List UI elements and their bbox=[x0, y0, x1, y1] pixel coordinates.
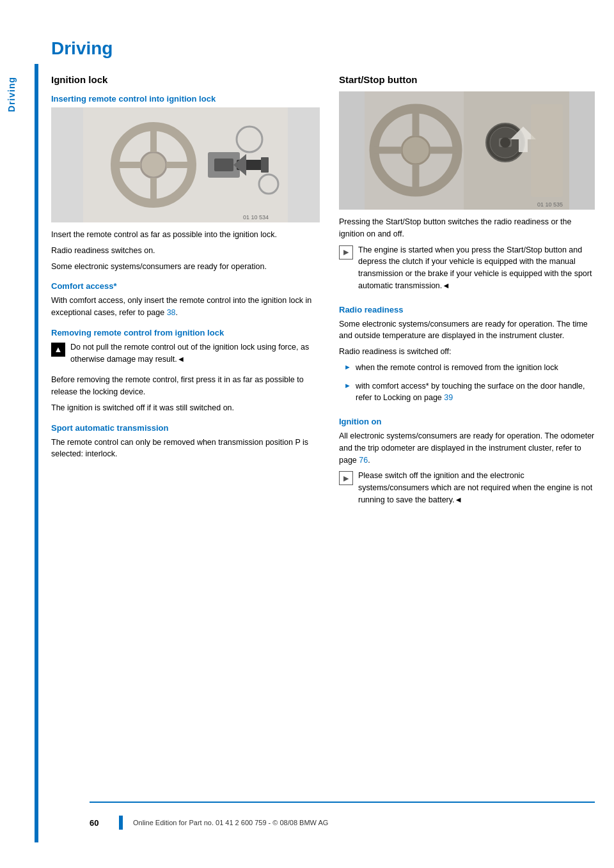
page-wrapper: Driving Driving Ignition lock Inserting … bbox=[0, 0, 614, 868]
footer-bar bbox=[119, 816, 123, 830]
bullet-item-2: ► with comfort access* by touching the s… bbox=[339, 380, 595, 408]
bullet2-link[interactable]: 39 bbox=[444, 393, 453, 402]
page-title: Driving bbox=[51, 38, 595, 59]
bullet-item-1: ► when the remote control is removed fro… bbox=[339, 362, 595, 378]
sport-transmission-title: Sport automatic transmission bbox=[51, 423, 320, 433]
comfort-access-title: Comfort access* bbox=[51, 281, 320, 291]
ignition-lock-image: 01 10 534 bbox=[51, 107, 320, 222]
warning-icon: ▲ bbox=[51, 343, 65, 357]
removing-para2: The ignition is switched off if it was s… bbox=[51, 402, 320, 414]
ignition-lock-title: Ignition lock bbox=[51, 74, 320, 85]
bullet2-text: with comfort access* by touching the sur… bbox=[356, 382, 585, 403]
inserting-para3: Some electronic systems/consumers are re… bbox=[51, 261, 320, 273]
start-stop-note-text: The engine is started when you press the… bbox=[358, 244, 595, 292]
svg-rect-10 bbox=[261, 157, 269, 173]
content-area: Driving Ignition lock Inserting remote c… bbox=[38, 26, 614, 842]
left-column: Ignition lock Inserting remote control i… bbox=[51, 74, 320, 802]
svg-text:01 10 534: 01 10 534 bbox=[243, 214, 269, 221]
sport-transmission-text: The remote control can only be removed w… bbox=[51, 437, 320, 461]
right-column: Start/Stop button bbox=[339, 74, 595, 802]
note-icon-symbol: ▶ bbox=[343, 248, 349, 256]
comfort-access-text-content: With comfort access, only insert the rem… bbox=[51, 296, 311, 317]
radio-readiness-title: Radio readiness bbox=[339, 305, 595, 314]
start-stop-title: Start/Stop button bbox=[339, 74, 595, 85]
sidebar-tab-label: Driving bbox=[6, 77, 17, 112]
svg-rect-28 bbox=[531, 104, 563, 197]
bullet-arrow-1: ► bbox=[344, 363, 352, 371]
start-stop-intro: Pressing the Start/Stop button switches … bbox=[339, 216, 595, 240]
radio-readiness-list-intro: Radio readiness is switched off: bbox=[339, 346, 595, 358]
ignition-on-note-box: ▶ Please switch off the ignition and the… bbox=[339, 470, 595, 509]
comfort-access-text-end: . bbox=[176, 308, 178, 317]
footer-text: Online Edition for Part no. 01 41 2 600 … bbox=[133, 819, 328, 826]
radio-readiness-intro: Some electronic systems/consumers are re… bbox=[339, 318, 595, 343]
svg-text:01 10 535: 01 10 535 bbox=[537, 201, 563, 208]
two-column-layout: Ignition lock Inserting remote control i… bbox=[51, 74, 595, 802]
bullet-text-2: with comfort access* by touching the sur… bbox=[356, 380, 595, 405]
ignition-on-note-text: Please switch off the ignition and the e… bbox=[358, 470, 595, 506]
warning-icon-symbol: ▲ bbox=[54, 345, 63, 354]
page-number: 60 bbox=[90, 818, 109, 828]
ignition-on-text: All electronic systems/consumers are rea… bbox=[339, 431, 594, 465]
warning-box-removing: ▲ Do not pull the remote control out of … bbox=[51, 341, 320, 369]
comfort-access-text: With comfort access, only insert the rem… bbox=[51, 295, 320, 319]
removing-para1: Before removing the remote control, firs… bbox=[51, 374, 320, 398]
ignition-on-link[interactable]: 76 bbox=[359, 456, 368, 465]
note-icon-start-stop: ▶ bbox=[339, 245, 353, 260]
removing-subsection-title: Removing remote control from ignition lo… bbox=[51, 328, 320, 337]
start-stop-image: 01 10 535 bbox=[339, 91, 595, 210]
comfort-access-link[interactable]: 38 bbox=[167, 308, 176, 317]
ignition-on-para1: All electronic systems/consumers are rea… bbox=[339, 430, 595, 466]
svg-point-2 bbox=[141, 152, 166, 178]
inserting-subsection-title: Inserting remote control into ignition l… bbox=[51, 94, 320, 104]
ignition-on-text-end: . bbox=[368, 456, 370, 465]
note-icon-ignition: ▶ bbox=[339, 471, 353, 485]
start-stop-note-box: ▶ The engine is started when you press t… bbox=[339, 244, 595, 296]
note-icon-ignition-symbol: ▶ bbox=[343, 474, 349, 483]
bullet-arrow-2: ► bbox=[344, 382, 352, 389]
inserting-para1: Insert the remote control as far as poss… bbox=[51, 229, 320, 241]
svg-rect-8 bbox=[214, 159, 233, 171]
bullet-text-1: when the remote control is removed from … bbox=[356, 362, 558, 374]
sidebar: Driving bbox=[0, 26, 38, 842]
warning-text: Do not pull the remote control out of th… bbox=[70, 341, 320, 366]
page-footer: 60 Online Edition for Part no. 01 41 2 6… bbox=[90, 802, 595, 830]
ignition-on-title: Ignition on bbox=[339, 417, 595, 426]
svg-point-17 bbox=[402, 136, 430, 164]
inserting-para2: Radio readiness switches on. bbox=[51, 245, 320, 257]
sidebar-blue-bar bbox=[35, 64, 38, 842]
